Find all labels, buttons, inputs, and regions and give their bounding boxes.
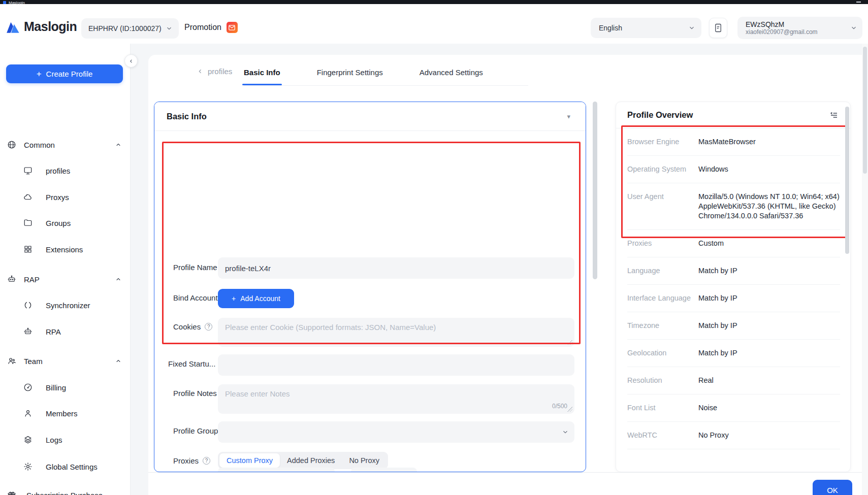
layers-icon	[23, 435, 33, 444]
overview-row-value: Match by IP	[698, 348, 840, 358]
collapse-panel-icon[interactable]	[830, 111, 838, 119]
os-titlebar: Maslogin	[0, 0, 868, 4]
panel-scrollbar[interactable]	[593, 102, 597, 279]
tab-advanced-settings[interactable]: Advanced Settings	[420, 61, 483, 85]
chevron-up-icon	[115, 358, 121, 364]
tab-basic-info[interactable]: Basic Info	[244, 61, 280, 85]
brand-name: Maslogin	[24, 19, 77, 34]
proxy-option-no-proxy[interactable]: No Proxy	[342, 453, 387, 468]
sidebar-item-global-settings[interactable]: Global Settings	[0, 458, 131, 475]
minimize-icon[interactable]	[856, 2, 861, 3]
add-account-button[interactable]: + Add Account	[218, 289, 294, 308]
bind-account-label: Bind Account	[173, 293, 218, 302]
plus-icon: +	[232, 294, 236, 303]
profile-overview-panel: Profile Overview Browser EngineMasMateBr…	[616, 102, 851, 472]
overview-rows: Browser EngineMasMateBrowserOperating Sy…	[627, 128, 840, 449]
basic-info-title: Basic Info	[167, 112, 207, 121]
basic-info-panel: Basic Info ▾ Profile Name Bind Account +…	[154, 102, 586, 472]
brand: Maslogin	[6, 19, 77, 34]
overview-row-value: MasMateBrowser	[698, 137, 840, 147]
overview-row-operating-system: Operating SystemWindows	[627, 156, 840, 183]
overview-row-timezone: TimezoneMatch by IP	[627, 312, 840, 340]
robot-icon	[7, 275, 16, 284]
sidebar-item-label: profiles	[46, 167, 70, 175]
sidebar-item-groups[interactable]: Groups	[0, 214, 131, 232]
back-to-profiles[interactable]: profiles	[197, 67, 232, 76]
profile-overview-title: Profile Overview	[627, 110, 693, 120]
tab-strip: Basic InfoFingerprint SettingsAdvanced S…	[244, 61, 528, 86]
collapse-caret-icon[interactable]: ▾	[567, 113, 570, 120]
sidebar-item-members[interactable]: Members	[0, 405, 131, 422]
overview-row-resolution: ResolutionReal	[627, 367, 840, 394]
profile-groups-select[interactable]	[218, 421, 574, 443]
profile-notes-textarea[interactable]	[218, 384, 574, 414]
resize-handle[interactable]	[567, 407, 572, 412]
chevron-left-icon	[128, 58, 134, 64]
grid-icon	[23, 245, 33, 254]
create-profile-button[interactable]: + Create Profile	[6, 64, 123, 83]
cookies-label: Cookies ?	[173, 322, 212, 331]
monitor-icon	[23, 166, 33, 175]
sidebar-item-subscription-purchase[interactable]: Subscription Purchase	[0, 486, 131, 495]
sidebar-item-rpa[interactable]: RPA	[0, 323, 131, 340]
docs-button[interactable]	[709, 18, 727, 38]
overview-row-label: Interface Language	[627, 293, 698, 303]
profile-name-input[interactable]	[218, 257, 574, 279]
overview-row-value: Match by IP	[698, 266, 840, 276]
proxy-option-added-proxies[interactable]: Added Proxies	[280, 453, 342, 468]
overview-row-label: Language	[627, 266, 698, 276]
plus-icon: +	[37, 70, 42, 78]
ok-button[interactable]: OK	[813, 480, 852, 495]
basic-info-header[interactable]: Basic Info ▾	[154, 102, 586, 131]
fixed-startup-input[interactable]	[218, 354, 574, 376]
document-icon	[714, 23, 722, 32]
chevron-down-icon	[850, 24, 857, 31]
tab-fingerprint-settings[interactable]: Fingerprint Settings	[317, 61, 383, 85]
promotion-envelope-icon	[227, 22, 238, 33]
team-icon	[7, 356, 16, 366]
account-menu[interactable]: EWzSQhzM xiaofei020907@gmail.com	[737, 17, 862, 39]
overview-row-label: Timezone	[627, 321, 698, 331]
resize-handle[interactable]	[567, 340, 572, 345]
sidebar-item-logs[interactable]: Logs	[0, 431, 131, 448]
sidebar-item-label: Proxys	[46, 193, 69, 202]
profile-groups-label: Profile Groups	[173, 426, 222, 435]
sidebar-item-extensions[interactable]: Extensions	[0, 241, 131, 258]
language-selector[interactable]: English	[591, 18, 701, 38]
sidebar-item-rap[interactable]: RAP	[0, 271, 131, 288]
account-name: EWzSQhzM	[746, 20, 850, 28]
window-scrollbar[interactable]	[862, 44, 868, 495]
sidebar-item-billing[interactable]: Billing	[0, 379, 131, 396]
account-email: xiaofei020907@gmail.com	[746, 28, 850, 36]
sync-icon	[23, 301, 33, 310]
help-icon[interactable]: ?	[205, 323, 212, 331]
clipped-field-stub	[351, 468, 417, 472]
sidebar-item-common[interactable]: Common	[0, 136, 131, 153]
sidebar-item-profiles[interactable]: profiles	[0, 162, 131, 179]
sidebar-collapse-button[interactable]	[124, 54, 138, 68]
overview-scrollbar-thumb[interactable]	[845, 107, 849, 254]
help-icon[interactable]: ?	[203, 457, 210, 465]
notes-char-counter: 0/500	[552, 403, 567, 410]
sidebar-item-proxys[interactable]: Proxys	[0, 188, 131, 206]
promotion[interactable]: Promotion	[184, 22, 238, 33]
overview-row-value: Real	[698, 376, 840, 385]
cookies-textarea[interactable]	[218, 318, 574, 347]
overview-row-language: LanguageMatch by IP	[627, 257, 840, 285]
sidebar-item-synchronizer[interactable]: Synchronizer	[0, 296, 131, 314]
cookies-field-wrap	[218, 318, 574, 347]
app-window: Maslogin Maslogin EHPHRV (ID:1000027) Pr…	[0, 0, 868, 495]
sidebar-item-label: Synchronizer	[46, 301, 90, 310]
robot-icon	[23, 327, 33, 336]
form-highlight-red-box	[162, 142, 581, 344]
window-scrollbar-thumb[interactable]	[863, 47, 867, 174]
overview-row-value: Noise	[698, 403, 840, 413]
chevron-left-icon	[197, 68, 204, 75]
proxy-option-custom-proxy[interactable]: Custom Proxy	[219, 453, 280, 468]
sidebar-item-team[interactable]: Team	[0, 352, 131, 370]
workspace-selector[interactable]: EHPHRV (ID:1000027)	[81, 18, 179, 39]
gift-icon	[7, 490, 16, 495]
account-info: EWzSQhzM xiaofei020907@gmail.com	[746, 20, 850, 36]
chevron-up-icon	[115, 276, 121, 282]
chevron-down-icon	[166, 25, 173, 32]
